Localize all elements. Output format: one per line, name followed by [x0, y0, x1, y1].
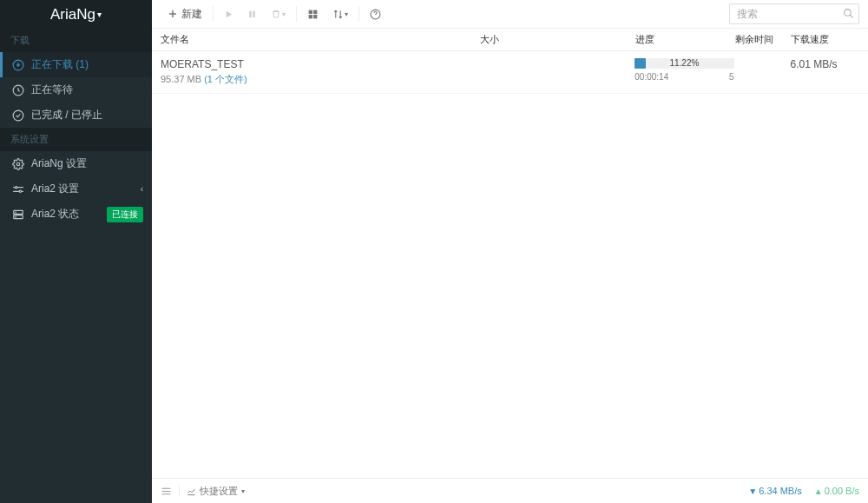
arrow-down-icon: ▼	[748, 486, 757, 496]
caret-down-icon: ▾	[345, 10, 348, 18]
sort-button[interactable]: ▾	[326, 0, 355, 29]
cell-speed: 6.01 MB/s	[791, 58, 859, 86]
column-header-remaining[interactable]: 剩余时间	[734, 33, 773, 46]
sidebar-item-label: 已完成 / 已停止	[31, 108, 102, 122]
app-logo: AriaNg	[50, 6, 95, 23]
sliders-icon	[10, 183, 26, 195]
quick-settings-label: 快捷设置	[200, 485, 238, 498]
sidebar-item-label: Aria2 状态	[31, 207, 79, 222]
global-upload-speed: ▲0.00 B/s	[814, 486, 859, 496]
toolbar-divider	[213, 6, 214, 22]
caret-down-icon: ▾	[97, 10, 102, 19]
clock-icon	[10, 84, 26, 96]
svg-point-2	[13, 110, 23, 121]
server-icon	[10, 208, 26, 221]
svg-rect-15	[313, 15, 317, 18]
sidebar-item-label: AriaNg 设置	[31, 156, 87, 171]
row-size: 95.37 MB	[161, 74, 201, 84]
download-speed-value: 6.34 MB/s	[759, 486, 802, 496]
caret-down-icon: ▾	[282, 10, 286, 18]
svg-point-9	[16, 216, 16, 217]
sidebar-item-downloading[interactable]: 正在下载 (1)	[0, 52, 152, 77]
cell-size-spacer	[480, 58, 635, 86]
start-button[interactable]	[217, 0, 240, 29]
statusbar: 快捷设置 ▾ ▼6.34 MB/s ▲0.00 B/s	[152, 478, 868, 503]
svg-rect-13	[313, 10, 317, 13]
progress-text: 11.22%	[669, 58, 699, 69]
search-input[interactable]	[729, 3, 859, 24]
progress-fill	[635, 58, 646, 69]
upload-speed-value: 0.00 B/s	[825, 486, 859, 496]
footer-divider	[179, 485, 180, 497]
sidebar-item-aria2-status[interactable]: Aria2 状态 已连接	[0, 202, 152, 227]
svg-rect-14	[309, 15, 312, 18]
status-badge: 已连接	[107, 207, 143, 222]
svg-point-17	[845, 10, 852, 17]
svg-rect-11	[253, 10, 254, 17]
sidebar-item-finished[interactable]: 已完成 / 已停止	[0, 103, 152, 128]
toolbar-divider	[296, 6, 297, 22]
sidebar-section-system: 系统设置	[0, 128, 152, 151]
column-header-progress[interactable]: 进度	[635, 33, 734, 46]
table-body: MOERATS_TEST 95.37 MB (1 个文件) 11.22% 00:…	[152, 51, 868, 478]
table-row[interactable]: MOERATS_TEST 95.37 MB (1 个文件) 11.22% 00:…	[152, 51, 868, 94]
help-button[interactable]	[363, 0, 388, 29]
svg-point-5	[19, 190, 21, 192]
row-remaining: 5	[729, 72, 734, 82]
svg-rect-12	[309, 10, 312, 13]
cell-filename: MOERATS_TEST 95.37 MB (1 个文件)	[161, 58, 480, 86]
row-filename: MOERATS_TEST	[161, 58, 480, 70]
check-circle-icon	[10, 109, 26, 122]
sidebar-header[interactable]: AriaNg ▾	[0, 0, 152, 29]
chevron-left-icon: ‹	[141, 184, 143, 194]
svg-point-4	[16, 186, 17, 188]
svg-point-3	[16, 162, 20, 166]
menu-icon[interactable]	[161, 486, 172, 497]
gear-icon	[10, 158, 26, 170]
toolbar: 新建 ▾ ▾	[152, 0, 868, 29]
quick-settings-button[interactable]: 快捷设置 ▾	[187, 485, 245, 498]
sidebar-item-aria2-settings[interactable]: Aria2 设置 ‹	[0, 176, 152, 202]
delete-button[interactable]: ▾	[264, 0, 293, 29]
pause-button[interactable]	[240, 0, 264, 29]
row-filesize-line: 95.37 MB (1 个文件)	[161, 73, 480, 86]
sidebar-item-label: 正在等待	[31, 83, 73, 97]
progress-subline: 00:00:14 5	[635, 72, 733, 82]
arrow-up-icon: ▲	[814, 486, 823, 496]
global-download-speed: ▼6.34 MB/s	[748, 486, 801, 496]
download-icon	[10, 59, 26, 71]
row-elapsed: 00:00:14	[635, 72, 668, 82]
sidebar-section-downloads: 下载	[0, 29, 152, 52]
table-header: 文件名 大小 进度 剩余时间 下载速度	[152, 29, 868, 51]
column-header-size[interactable]: 大小	[480, 33, 635, 46]
toolbar-divider	[358, 6, 359, 22]
search-wrap	[729, 3, 859, 24]
new-task-label: 新建	[181, 7, 202, 22]
cell-progress: 11.22% 00:00:14 5	[635, 58, 733, 86]
view-grid-button[interactable]	[300, 0, 326, 29]
caret-down-icon: ▾	[241, 487, 245, 495]
sidebar-item-label: 正在下载 (1)	[31, 57, 89, 72]
svg-rect-10	[249, 10, 251, 17]
sidebar-item-ariang-settings[interactable]: AriaNg 设置	[0, 151, 152, 176]
sidebar-item-waiting[interactable]: 正在等待	[0, 77, 152, 103]
row-files-link[interactable]: (1 个文件)	[204, 74, 247, 84]
svg-point-8	[16, 212, 16, 213]
new-task-button[interactable]: 新建	[161, 0, 209, 29]
column-header-speed[interactable]: 下载速度	[791, 33, 860, 46]
sidebar-item-label: Aria2 设置	[31, 182, 79, 196]
column-header-name[interactable]: 文件名	[161, 33, 480, 46]
progress-bar: 11.22%	[635, 58, 733, 69]
sidebar: AriaNg ▾ 下载 正在下载 (1) 正在等待 已完成 / 已停止 系统设置…	[0, 0, 152, 503]
search-icon[interactable]	[843, 8, 854, 19]
